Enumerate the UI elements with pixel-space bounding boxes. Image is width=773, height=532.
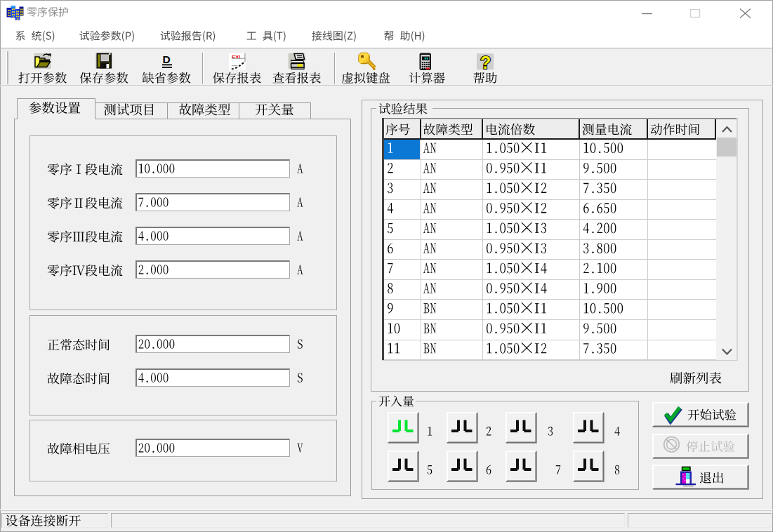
svg-text:D: D [163, 53, 171, 65]
svg-text:EXL: EXL [232, 54, 242, 60]
svg-text:?: ? [480, 53, 491, 72]
